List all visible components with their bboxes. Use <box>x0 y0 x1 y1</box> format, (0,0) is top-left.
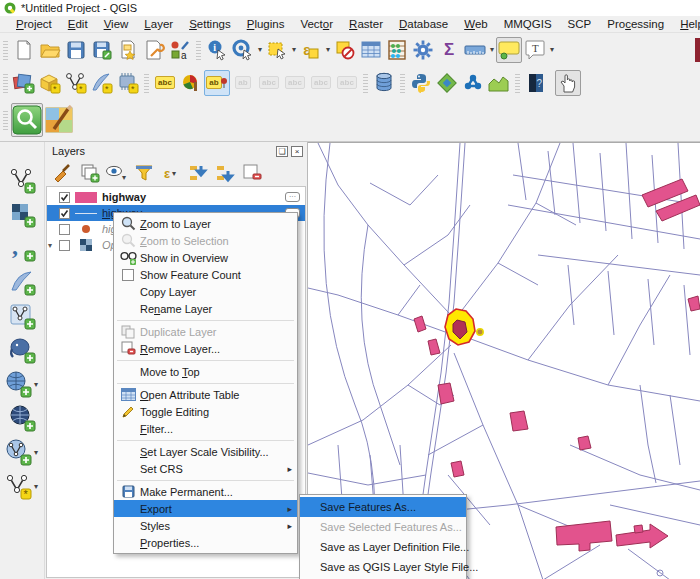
pin-labels-button[interactable]: ab <box>204 70 230 96</box>
label-tool-rotate-button[interactable]: abc <box>308 70 334 96</box>
pan-map-button[interactable] <box>555 70 581 96</box>
new-temporary-scratch-layer-button[interactable]: * <box>115 70 141 96</box>
remove-layer-group-button[interactable] <box>240 162 264 184</box>
add-wfs-layer-button[interactable]: ▾ <box>4 438 40 466</box>
menu-item-make-permanent[interactable]: Make Permanent... <box>114 483 297 500</box>
measure-button[interactable] <box>462 37 488 63</box>
filter-expression-dropdown[interactable]: ▾ <box>170 169 178 178</box>
menu-item-remove-layer[interactable]: Remove Layer... <box>114 340 297 357</box>
save-project-button[interactable] <box>63 37 89 63</box>
menu-project[interactable]: Project <box>8 17 60 31</box>
sum-statistics-button[interactable]: Σ <box>436 37 462 63</box>
menu-scp[interactable]: SCP <box>560 17 600 31</box>
open-project-button[interactable] <box>37 37 63 63</box>
map-tips-button[interactable] <box>496 37 522 63</box>
python-console-button[interactable] <box>408 70 434 96</box>
add-wms-layer-button[interactable]: ▾ <box>4 370 40 398</box>
toolbar-grip[interactable] <box>363 73 368 93</box>
add-group-button[interactable] <box>78 162 102 184</box>
metasearch-button[interactable] <box>460 70 486 96</box>
select-features-dropdown[interactable]: ▾ <box>290 45 298 54</box>
menu-mmqgis[interactable]: MMQGIS <box>496 17 560 31</box>
add-wfs-dropdown[interactable]: ▾ <box>32 448 40 457</box>
text-annotation-button[interactable]: T <box>522 37 548 63</box>
menu-edit[interactable]: Edit <box>60 17 96 31</box>
new-geopackage-layer-button[interactable]: * <box>37 70 63 96</box>
menu-item-open-attribute-table[interactable]: Open Attribute Table <box>114 386 297 403</box>
add-delimited-text-layer-button[interactable]: , <box>8 234 36 262</box>
measure-dropdown[interactable]: ▾ <box>488 45 496 54</box>
menu-help[interactable]: Help <box>672 17 700 31</box>
menu-item-set-layer-scale-visibility[interactable]: Set Layer Scale Visibility... <box>114 443 297 460</box>
collapse-all-button[interactable] <box>213 162 237 184</box>
open-attribute-table-button[interactable] <box>358 37 384 63</box>
submenu-item-save-as-qgis-layer-style[interactable]: Save as QGIS Layer Style File... <box>300 557 466 577</box>
db-manager-button[interactable] <box>371 70 397 96</box>
toolbar-grip[interactable] <box>3 40 8 60</box>
feature-count-checkbox[interactable] <box>116 269 140 281</box>
expand-all-button[interactable] <box>186 162 210 184</box>
manage-map-themes-button[interactable]: ▾ <box>105 162 129 184</box>
save-project-as-button[interactable] <box>89 37 115 63</box>
toolbar-grip[interactable] <box>515 73 520 93</box>
menu-vector[interactable]: Vector <box>292 17 341 31</box>
add-raster-layer-button[interactable] <box>8 200 36 228</box>
menu-web[interactable]: Web <box>456 17 495 31</box>
new-virtual-layer-dock-button[interactable]: *▾ <box>4 472 40 500</box>
style-manager-button[interactable]: a <box>167 37 193 63</box>
toolbar-grip[interactable] <box>3 110 8 130</box>
menu-item-styles[interactable]: Styles▸ <box>114 517 297 534</box>
layer-diagram-button[interactable] <box>178 70 204 96</box>
add-postgis-layer-button[interactable] <box>8 336 36 364</box>
help-contents-button[interactable]: ? <box>523 70 549 96</box>
layer-labeling-button[interactable]: abc <box>152 70 178 96</box>
toolbar-grip[interactable] <box>144 73 149 93</box>
menu-processing[interactable]: Processing <box>599 17 672 31</box>
text-annotation-dropdown[interactable]: ▾ <box>548 45 556 54</box>
processing-toolbox-button[interactable] <box>410 37 436 63</box>
layer-row-highway-polygon[interactable]: highway ··· <box>47 189 305 205</box>
new-project-button[interactable] <box>11 37 37 63</box>
new-shapefile-layer-button[interactable]: * <box>63 70 89 96</box>
filter-legend-button[interactable] <box>132 162 156 184</box>
select-by-expression-dropdown[interactable]: ▾ <box>324 45 332 54</box>
profile-tool-button[interactable] <box>486 70 512 96</box>
menu-layer[interactable]: Layer <box>136 17 181 31</box>
layer-checkbox-unchecked[interactable] <box>59 240 70 251</box>
add-wcs-layer-button[interactable] <box>8 404 36 432</box>
submenu-item-save-as-layer-definition[interactable]: Save as Layer Definition File... <box>300 537 466 557</box>
add-virtual-layer-button[interactable] <box>8 302 36 330</box>
menu-database[interactable]: Database <box>391 17 456 31</box>
menu-item-move-to-top[interactable]: Move to Top <box>114 363 297 380</box>
menu-settings[interactable]: Settings <box>181 17 239 31</box>
menu-item-show-feature-count[interactable]: Show Feature Count <box>114 266 297 283</box>
add-wms-dropdown[interactable]: ▾ <box>32 380 40 389</box>
statistical-summary-button[interactable] <box>384 37 410 63</box>
new-virtual-layer-dropdown[interactable]: ▾ <box>32 482 40 491</box>
menu-plugins[interactable]: Plugins <box>239 17 293 31</box>
open-layer-styling-button[interactable] <box>51 162 75 184</box>
menu-item-zoom-to-layer[interactable]: Zoom to Layer <box>114 215 297 232</box>
select-features-button[interactable] <box>264 37 290 63</box>
run-feature-action-button[interactable] <box>230 37 256 63</box>
layer-checkbox-unchecked[interactable] <box>59 224 70 235</box>
osm-place-search-button[interactable] <box>11 103 43 137</box>
toolbar-grip[interactable] <box>196 40 201 60</box>
menu-item-copy-layer[interactable]: Copy Layer <box>114 283 297 300</box>
menu-item-properties[interactable]: Properties... <box>114 534 297 551</box>
filter-by-expression-button[interactable]: ε▾ <box>159 162 183 184</box>
new-print-layout-button[interactable] <box>115 37 141 63</box>
label-tool-change-button[interactable]: abc <box>334 70 360 96</box>
quickmapservices-button[interactable] <box>434 70 460 96</box>
panel-close-button[interactable]: × <box>291 146 303 157</box>
menu-view[interactable]: View <box>96 17 137 31</box>
layout-manager-button[interactable] <box>141 37 167 63</box>
feature-action-dropdown[interactable]: ▾ <box>256 45 264 54</box>
toolbar-grip[interactable] <box>3 73 8 93</box>
menu-item-show-in-overview[interactable]: Show in Overview <box>114 249 297 266</box>
layer-checkbox-checked[interactable] <box>59 192 70 203</box>
select-by-expression-button[interactable]: ε <box>298 37 324 63</box>
data-source-manager-button[interactable] <box>11 70 37 96</box>
menu-item-filter[interactable]: Filter... <box>114 420 297 437</box>
osm-edit-button[interactable] <box>43 103 75 137</box>
